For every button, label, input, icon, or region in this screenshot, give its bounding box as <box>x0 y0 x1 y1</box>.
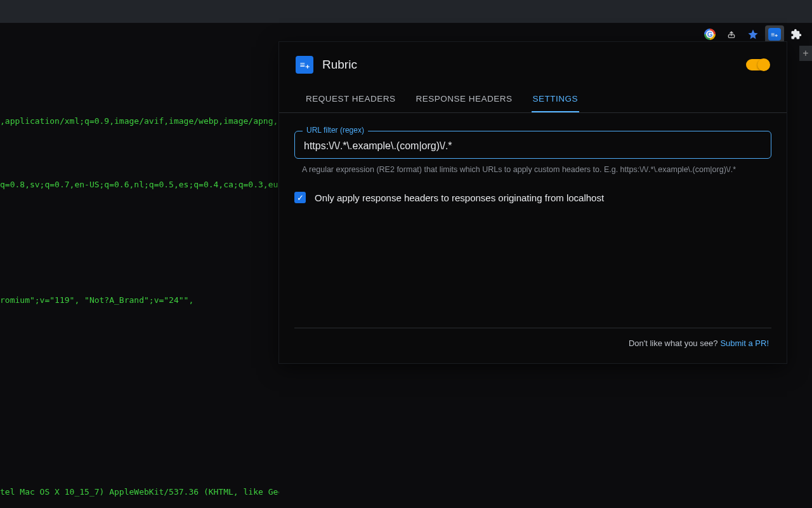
footer-text: Don't like what you see? <box>629 338 718 348</box>
url-filter-field[interactable]: URL filter (regex) <box>294 131 771 159</box>
browser-tab-strip <box>0 0 812 23</box>
tab-response-headers[interactable]: RESPONSE HEADERS <box>415 88 514 112</box>
background-code: ,application/xml;q=0.9,image/avif,image/… <box>0 64 279 508</box>
new-tab-button[interactable]: + <box>799 46 812 61</box>
bookmark-star-icon[interactable] <box>743 25 763 43</box>
tab-settings[interactable]: SETTINGS <box>532 88 580 112</box>
tab-bar: REQUEST HEADERS RESPONSE HEADERS SETTING… <box>279 80 787 113</box>
tab-request-headers[interactable]: REQUEST HEADERS <box>304 88 397 112</box>
rubric-extension-icon[interactable]: ≡₊ <box>765 25 784 43</box>
share-icon[interactable] <box>722 25 741 43</box>
extension-popup: ≡₊ Rubric REQUEST HEADERS RESPONSE HEADE… <box>279 42 787 363</box>
url-filter-label: URL filter (regex) <box>303 126 368 135</box>
submit-pr-link[interactable]: Submit a PR! <box>720 338 769 348</box>
localhost-only-label: Only apply response headers to responses… <box>315 192 604 203</box>
extensions-puzzle-icon[interactable] <box>787 25 806 43</box>
localhost-only-row[interactable]: ✓ Only apply response headers to respons… <box>294 192 771 203</box>
url-filter-input[interactable] <box>304 140 762 152</box>
localhost-only-checkbox[interactable]: ✓ <box>294 192 306 203</box>
settings-panel: URL filter (regex) A regular expression … <box>279 113 787 363</box>
popup-header: ≡₊ Rubric <box>279 42 787 80</box>
url-filter-helper: A regular expression (RE2 format) that l… <box>302 165 769 174</box>
popup-footer: Don't like what you see? Submit a PR! <box>294 328 771 363</box>
google-account-icon[interactable] <box>700 25 719 43</box>
enabled-toggle[interactable] <box>746 59 769 70</box>
popup-title: Rubric <box>322 58 746 72</box>
rubric-logo-icon: ≡₊ <box>296 56 313 74</box>
